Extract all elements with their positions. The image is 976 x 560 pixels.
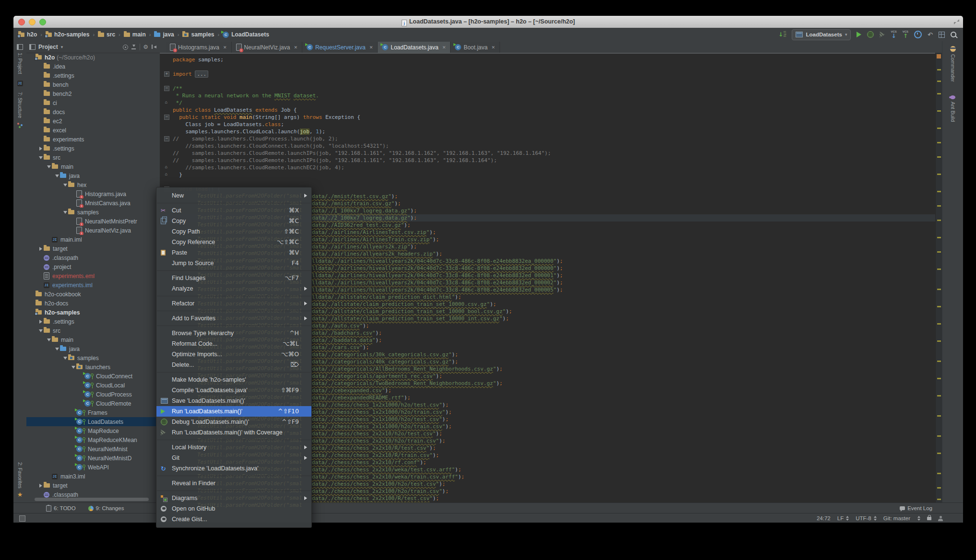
warning-tick-icon[interactable] bbox=[937, 435, 941, 437]
settings-icon[interactable] bbox=[939, 32, 945, 38]
tree-item--classpath[interactable]: .classpath bbox=[26, 253, 160, 262]
warning-tick-icon[interactable] bbox=[937, 415, 941, 417]
tree-item-ec2[interactable]: ec2 bbox=[26, 117, 160, 126]
updown-icon[interactable] bbox=[917, 516, 920, 521]
tree-item--idea[interactable]: .idea bbox=[26, 62, 160, 71]
menu-item-new[interactable]: New bbox=[156, 190, 311, 201]
tree-item-java[interactable]: java bbox=[26, 344, 160, 353]
warning-tick-icon[interactable] bbox=[937, 323, 941, 325]
collapse-all-icon[interactable] bbox=[131, 44, 137, 50]
undo-icon[interactable]: ↶ bbox=[928, 31, 933, 38]
breadcrumb-item[interactable]: src bbox=[98, 31, 115, 38]
tree-item-main[interactable]: main bbox=[26, 335, 160, 344]
tree-item-mnistcanvas-java[interactable]: MnistCanvas.java bbox=[26, 198, 160, 208]
tree-item-bench2[interactable]: bench2 bbox=[26, 89, 160, 98]
horizontal-scrollbar[interactable] bbox=[35, 498, 149, 501]
menu-item-reformat-code[interactable]: Reformat Code...⌥⌘L bbox=[156, 338, 311, 349]
run-configuration-select[interactable]: LoadDatasets ▾ bbox=[792, 29, 851, 40]
close-icon[interactable]: ✕ bbox=[369, 45, 373, 50]
run-with-coverage-button[interactable] bbox=[880, 32, 885, 37]
tree-item-neuralnetmnistd[interactable]: CNeuralNetMnistD bbox=[26, 454, 160, 463]
menu-item-compile-loaddatasets-java[interactable]: Compile 'LoadDatasets.java'⇧⌘F9 bbox=[156, 385, 311, 396]
chevron-right-icon[interactable] bbox=[39, 147, 42, 151]
tab-boot-java[interactable]: CBoot.java✕ bbox=[451, 42, 500, 53]
chevron-down-icon[interactable] bbox=[39, 156, 43, 159]
warning-tick-icon[interactable] bbox=[937, 395, 941, 397]
tree-item-mapreducekmean[interactable]: CMapReduceKMean bbox=[26, 435, 160, 444]
tree-item-experiments[interactable]: experiments bbox=[26, 135, 160, 144]
tree-item-webapi[interactable]: CWebAPI bbox=[26, 463, 160, 472]
changes-button[interactable]: 9: Changes bbox=[88, 505, 124, 511]
git-branch[interactable]: Git: master bbox=[883, 515, 910, 521]
menu-item-paste[interactable]: Paste⌘V bbox=[156, 247, 311, 258]
tree-item-cloudremote[interactable]: CCloudRemote bbox=[26, 399, 160, 408]
breadcrumb-item[interactable]: CLoadDatasets bbox=[223, 31, 269, 38]
tree-item-docs[interactable]: docs bbox=[26, 107, 160, 117]
sidebar-item-commander[interactable]: Commander bbox=[950, 54, 956, 82]
warning-tick-icon[interactable] bbox=[937, 205, 941, 207]
tree-item-neuralnetviz-java[interactable]: NeuralNetViz.java bbox=[26, 226, 160, 235]
fullscreen-icon[interactable] bbox=[954, 19, 959, 24]
menu-item-diagrams[interactable]: Diagrams bbox=[156, 493, 311, 503]
menu-item-cut[interactable]: ✂Cut⌘X bbox=[156, 205, 311, 216]
tree-item-hex[interactable]: hex bbox=[26, 180, 160, 189]
history-icon[interactable] bbox=[914, 31, 922, 38]
vcs-update-button[interactable]: VCS↓ bbox=[891, 30, 896, 39]
close-icon[interactable]: ✕ bbox=[223, 45, 227, 50]
chevron-down-icon[interactable] bbox=[55, 348, 59, 350]
fold-marker[interactable]: – bbox=[164, 136, 169, 141]
warning-tick-icon[interactable] bbox=[937, 174, 941, 175]
fold-marker[interactable]: ⌂ bbox=[164, 100, 168, 105]
tree-item-java[interactable]: java bbox=[26, 171, 160, 180]
sidebar-item-ant-build[interactable]: Ant Build bbox=[950, 102, 956, 122]
tab-histograms-java[interactable]: Histograms.java✕ bbox=[166, 42, 232, 53]
fold-marker[interactable]: + bbox=[164, 71, 169, 77]
menu-item-local-history[interactable]: Local History bbox=[156, 442, 311, 453]
menu-item-copy[interactable]: Copy⌘C bbox=[156, 216, 311, 226]
warning-tick-icon[interactable] bbox=[937, 156, 941, 158]
hector-inspector-icon[interactable] bbox=[938, 516, 943, 521]
vcs-commit-button[interactable]: VCS↑ bbox=[903, 30, 908, 39]
warning-tick-icon[interactable] bbox=[937, 289, 941, 290]
breadcrumb-item[interactable]: h2o-samples bbox=[46, 31, 89, 38]
menu-item-delete[interactable]: Delete...⌦ bbox=[156, 360, 311, 370]
close-icon[interactable]: ✕ bbox=[294, 45, 298, 50]
warning-tick-icon[interactable] bbox=[937, 128, 941, 129]
close-icon[interactable]: ✕ bbox=[491, 45, 495, 50]
menu-item-run-loaddatasets-main[interactable]: Run 'LoadDatasets.main()'^⇧F10 bbox=[156, 406, 311, 417]
warning-tick-icon[interactable] bbox=[937, 499, 941, 500]
menu-item-optimize-imports[interactable]: Optimize Imports...⌥⌘O bbox=[156, 349, 311, 360]
gear-icon[interactable]: ⚙ bbox=[143, 44, 148, 50]
line-ending-select[interactable]: LF bbox=[837, 515, 849, 521]
chevron-down-icon[interactable] bbox=[63, 184, 67, 187]
warning-tick-icon[interactable] bbox=[937, 237, 941, 238]
warning-tick-icon[interactable] bbox=[937, 340, 941, 342]
tree-item-h2o[interactable]: h2o (~/Source/h2o) bbox=[26, 53, 160, 62]
todo-button[interactable]: 6: TODO bbox=[46, 505, 76, 512]
tree-item--settings[interactable]: .settings bbox=[26, 71, 160, 80]
tree-item--settings[interactable]: .settings bbox=[26, 144, 160, 153]
warning-tick-icon[interactable] bbox=[937, 361, 941, 362]
menu-item-refactor[interactable]: Refactor bbox=[156, 298, 311, 309]
warning-tick-icon[interactable] bbox=[937, 378, 941, 379]
tree-item-launchers[interactable]: launchers bbox=[26, 362, 160, 372]
chevron-down-icon[interactable] bbox=[63, 357, 67, 360]
sidebar-item-favorites[interactable]: 2: Favorites bbox=[17, 462, 23, 489]
breadcrumb-item[interactable]: h2o bbox=[18, 31, 37, 38]
warning-tick-icon[interactable] bbox=[937, 473, 941, 474]
menu-item-open-on-github[interactable]: Open on GitHub bbox=[156, 503, 311, 514]
menu-item-debug-loaddatasets-main[interactable]: Debug 'LoadDatasets.main()'^⇧F9 bbox=[156, 417, 311, 427]
breadcrumb-item[interactable]: java bbox=[154, 31, 174, 38]
tree-item--project[interactable]: .project bbox=[26, 262, 160, 271]
menu-item-add-to-favorites[interactable]: Add to Favorites bbox=[156, 313, 311, 324]
tree-item-h2o-cookbook[interactable]: h2o-cookbook bbox=[26, 290, 160, 299]
search-icon[interactable] bbox=[951, 32, 956, 37]
warning-tick-icon[interactable] bbox=[937, 268, 941, 270]
menu-item-browse-type-hierarchy[interactable]: Browse Type Hierarchy^H bbox=[156, 328, 311, 338]
menu-item-reveal-in-finder[interactable]: Reveal in Finder bbox=[156, 478, 311, 489]
intellij-icon[interactable]: JI bbox=[17, 81, 23, 86]
structure-icon[interactable] bbox=[17, 122, 23, 128]
menu-item-run-loaddatasets-main-with-coverage[interactable]: Run 'LoadDatasets.main()' with Coverage bbox=[156, 427, 311, 438]
chevron-down-icon[interactable] bbox=[47, 165, 51, 168]
menu-item-find-usages[interactable]: Find Usages⌥F7 bbox=[156, 273, 311, 283]
